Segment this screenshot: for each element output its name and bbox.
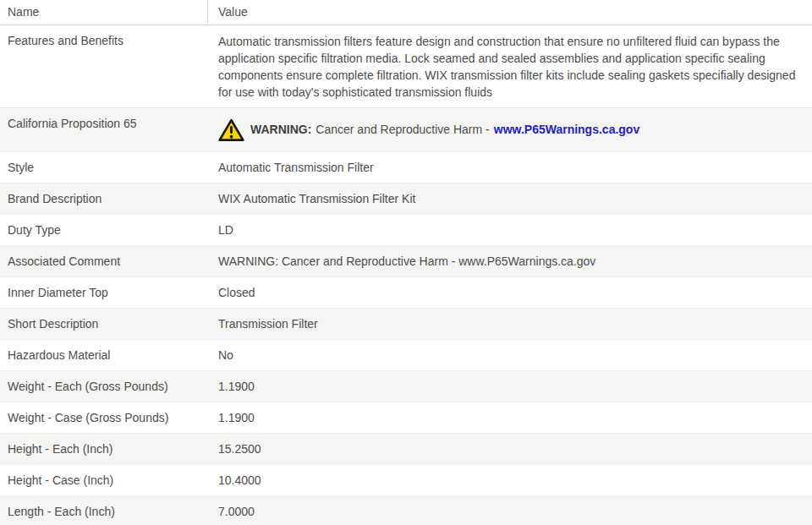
warning-text: Cancer and Reproductive Harm - bbox=[315, 123, 489, 136]
table-row-associated-comment: Associated Comment WARNING: Cancer and R… bbox=[0, 246, 812, 277]
table-row-duty-type: Duty Type LD bbox=[0, 215, 812, 246]
attribute-value: Closed bbox=[207, 277, 812, 308]
table-row-hazardous-material: Hazardous Material No bbox=[0, 340, 812, 371]
table-body: Features and Benefits Automatic transmis… bbox=[0, 25, 812, 525]
attribute-value: WARNING: Cancer and Reproductive Harm - … bbox=[207, 246, 812, 276]
attribute-value: Transmission Filter bbox=[207, 309, 812, 339]
attribute-name: Length - Each (Inch) bbox=[0, 496, 207, 525]
attribute-value: 7.0000 bbox=[207, 496, 812, 525]
attribute-name: Weight - Case (Gross Pounds) bbox=[0, 402, 207, 433]
attribute-name: Short Description bbox=[0, 309, 207, 339]
attribute-value: Automatic Transmission Filter bbox=[207, 152, 812, 183]
attribute-value: 15.2500 bbox=[207, 434, 812, 464]
attribute-name: Height - Each (Inch) bbox=[0, 434, 207, 464]
attribute-value: 1.1900 bbox=[207, 371, 812, 402]
table-row-height-case: Height - Case (Inch) 10.4000 bbox=[0, 465, 812, 496]
attribute-value: 1.1900 bbox=[207, 402, 812, 433]
attribute-name: Weight - Each (Gross Pounds) bbox=[0, 371, 207, 402]
table-row-weight-case: Weight - Case (Gross Pounds) 1.1900 bbox=[0, 402, 812, 434]
attribute-value: 10.4000 bbox=[207, 465, 812, 495]
table-row-height-each: Height - Each (Inch) 15.2500 bbox=[0, 434, 812, 465]
attribute-name: California Proposition 65 bbox=[0, 108, 207, 151]
table-row-short-description: Short Description Transmission Filter bbox=[0, 309, 812, 340]
attribute-value: Automatic transmission filters feature d… bbox=[207, 25, 812, 107]
column-header-value: Value bbox=[207, 0, 812, 25]
attribute-name: Inner Diameter Top bbox=[0, 277, 207, 308]
warning-text-group: WARNING:Cancer and Reproductive Harm -ww… bbox=[250, 123, 639, 137]
attribute-name: Style bbox=[0, 152, 207, 183]
table-row-features-and-benefits: Features and Benefits Automatic transmis… bbox=[0, 25, 812, 108]
table-row-inner-diameter-top: Inner Diameter Top Closed bbox=[0, 277, 812, 309]
attribute-value: No bbox=[207, 340, 812, 370]
table-row-weight-each: Weight - Each (Gross Pounds) 1.1900 bbox=[0, 371, 812, 402]
attribute-value: WARNING:Cancer and Reproductive Harm -ww… bbox=[207, 108, 812, 151]
table-row-california-proposition-65: California Proposition 65 WARNING:Cancer… bbox=[0, 108, 812, 152]
table-row-brand-description: Brand Description WIX Automatic Transmis… bbox=[0, 183, 812, 215]
attribute-name: Features and Benefits bbox=[0, 25, 207, 107]
table-header-row: Name Value bbox=[0, 0, 812, 25]
attribute-name: Duty Type bbox=[0, 215, 207, 245]
attribute-name: Height - Case (Inch) bbox=[0, 465, 207, 495]
attribute-name: Brand Description bbox=[0, 183, 207, 214]
attribute-value: LD bbox=[207, 215, 812, 245]
p65-warning-link[interactable]: www.P65Warnings.ca.gov bbox=[494, 123, 639, 136]
attribute-name: Associated Comment bbox=[0, 246, 207, 276]
warning-label: WARNING: bbox=[250, 123, 311, 136]
attribute-name: Hazardous Material bbox=[0, 340, 207, 370]
product-attributes-table: Name Value Features and Benefits Automat… bbox=[0, 0, 812, 525]
column-header-name: Name bbox=[0, 0, 207, 25]
table-row-style: Style Automatic Transmission Filter bbox=[0, 152, 812, 183]
warning-triangle-icon bbox=[218, 118, 244, 142]
table-row-length-each: Length - Each (Inch) 7.0000 bbox=[0, 496, 812, 525]
attribute-value: WIX Automatic Transmission Filter Kit bbox=[207, 183, 812, 214]
